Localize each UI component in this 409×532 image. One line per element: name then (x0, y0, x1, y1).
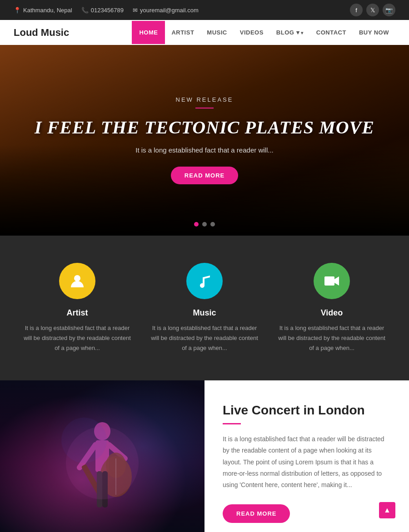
nav-item-artist[interactable]: ARTIST (165, 21, 200, 44)
nav-item-videos[interactable]: VIDEOS (234, 21, 270, 44)
hero-section: NEW RELEASE I Feel The Tectonic Plates M… (0, 45, 409, 236)
facebook-icon[interactable]: f (350, 4, 363, 16)
nav-item-music[interactable]: MUSIC (200, 21, 233, 44)
svg-point-13 (61, 418, 107, 463)
concert-content: Live Concert in London It is a long esta… (204, 380, 409, 532)
concert-underline (223, 423, 241, 424)
hero-read-more-button[interactable]: READ MORE (171, 167, 238, 184)
twitter-icon[interactable]: 𝕏 (366, 4, 379, 16)
top-bar: 📍 Kathmandu, Nepal 📞 0123456789 ✉ yourem… (0, 0, 409, 20)
navbar: Loud Music HOME ARTIST MUSIC VIDEOS BLOG… (0, 20, 409, 45)
video-title: Video (275, 308, 389, 318)
location-icon: 📍 (14, 7, 21, 14)
artist-title: Artist (20, 308, 134, 318)
video-icon (314, 263, 350, 299)
concert-read-more-button[interactable]: READ MORE (223, 504, 290, 523)
concert-image (0, 380, 204, 532)
carousel-dot-3[interactable] (210, 222, 215, 227)
phone-info: 📞 0123456789 (81, 7, 124, 14)
scroll-to-top-button[interactable]: ▲ (379, 502, 395, 518)
svg-point-0 (74, 275, 80, 281)
music-desc: It is a long established fact that a rea… (148, 323, 261, 353)
phone-icon: 📞 (81, 7, 89, 14)
concert-section: Live Concert in London It is a long esta… (0, 380, 409, 532)
feature-video: Video It is a long established fact that… (275, 263, 389, 353)
nav-item-buynow[interactable]: BUY NOW (353, 21, 395, 44)
hero-title: I Feel The Tectonic Plates Move (35, 117, 374, 138)
carousel-dot-1[interactable] (194, 222, 199, 227)
hero-description: It is a long established fact that a rea… (35, 146, 374, 154)
hero-underline (195, 108, 214, 108)
hero-carousel-dots (194, 222, 215, 227)
hero-content: NEW RELEASE I Feel The Tectonic Plates M… (35, 96, 374, 184)
concert-description: It is a long established fact that a rea… (223, 433, 391, 491)
brand-logo[interactable]: Loud Music (14, 27, 69, 39)
artist-icon (59, 263, 95, 299)
location-info: 📍 Kathmandu, Nepal (14, 7, 72, 14)
nav-item-contact[interactable]: CONTACT (310, 21, 353, 44)
instagram-icon[interactable]: 📷 (383, 4, 395, 16)
email-icon: ✉ (133, 7, 138, 14)
features-section: Artist It is a long established fact tha… (0, 236, 409, 380)
nav-item-blog[interactable]: BLOG ▾ (270, 21, 310, 44)
email-text: youremail@gmail.com (140, 7, 199, 14)
music-title: Music (148, 308, 261, 318)
nav-menu: HOME ARTIST MUSIC VIDEOS BLOG ▾ CONTACT … (132, 21, 395, 44)
hero-subtitle: NEW RELEASE (35, 96, 374, 103)
svg-rect-1 (324, 276, 334, 286)
top-bar-info: 📍 Kathmandu, Nepal 📞 0123456789 ✉ yourem… (14, 7, 199, 14)
music-icon (186, 263, 223, 299)
email-info: ✉ youremail@gmail.com (133, 7, 199, 14)
feature-music: Music It is a long established fact that… (148, 263, 261, 353)
location-text: Kathmandu, Nepal (23, 7, 72, 14)
phone-text: 0123456789 (91, 7, 124, 14)
concert-title: Live Concert in London (223, 403, 391, 418)
concert-image-inner (0, 380, 204, 532)
artist-desc: It is a long established fact that a rea… (20, 323, 134, 353)
social-links: f 𝕏 📷 (350, 4, 395, 16)
video-desc: It is a long established fact that a rea… (275, 323, 389, 353)
nav-item-home[interactable]: HOME (132, 21, 165, 44)
feature-artist: Artist It is a long established fact tha… (20, 263, 134, 353)
carousel-dot-2[interactable] (202, 222, 207, 227)
